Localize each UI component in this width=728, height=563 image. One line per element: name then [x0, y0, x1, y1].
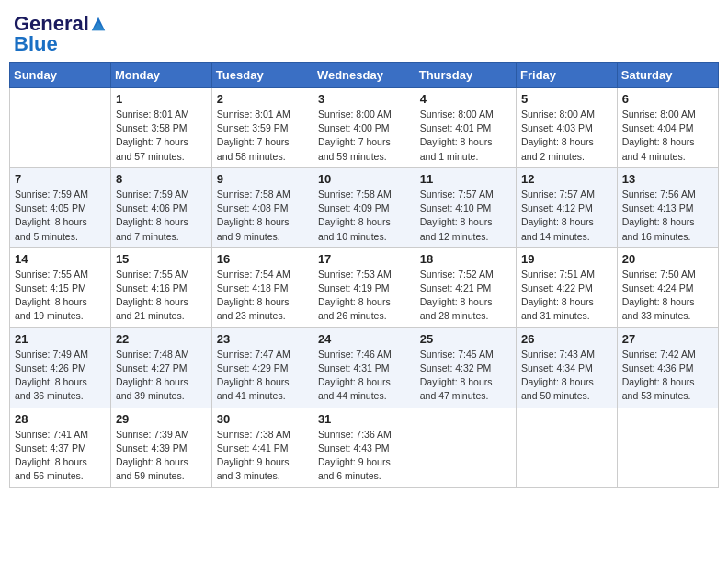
- calendar-cell: 7Sunrise: 7:59 AMSunset: 4:05 PMDaylight…: [10, 167, 111, 247]
- day-number: 1: [116, 92, 207, 106]
- day-number: 13: [622, 172, 713, 186]
- calendar-cell: 31Sunrise: 7:36 AMSunset: 4:43 PMDayligh…: [313, 408, 415, 488]
- day-number: 16: [217, 252, 308, 266]
- column-header-friday: Friday: [517, 63, 618, 88]
- column-header-wednesday: Wednesday: [313, 63, 415, 88]
- column-header-sunday: Sunday: [10, 63, 111, 88]
- calendar-week-row: 21Sunrise: 7:49 AMSunset: 4:26 PMDayligh…: [10, 327, 719, 408]
- day-number: 21: [15, 332, 106, 346]
- column-header-tuesday: Tuesday: [211, 63, 313, 88]
- day-number: 11: [420, 172, 511, 186]
- column-header-monday: Monday: [110, 63, 211, 88]
- column-header-saturday: Saturday: [617, 63, 718, 88]
- header: General Blue: [9, 9, 719, 54]
- day-info: Sunrise: 7:58 AMSunset: 4:08 PMDaylight:…: [217, 188, 308, 244]
- logo: General Blue: [14, 14, 107, 54]
- day-number: 5: [521, 92, 612, 106]
- calendar-cell: 15Sunrise: 7:55 AMSunset: 4:16 PMDayligh…: [110, 247, 211, 327]
- day-number: 14: [15, 252, 106, 266]
- logo-text-general: General: [14, 14, 89, 34]
- day-number: 23: [217, 332, 308, 346]
- day-info: Sunrise: 7:42 AMSunset: 4:36 PMDaylight:…: [622, 348, 713, 404]
- calendar-cell: 26Sunrise: 7:43 AMSunset: 4:34 PMDayligh…: [517, 327, 618, 408]
- calendar-cell: [415, 408, 516, 488]
- day-info: Sunrise: 7:58 AMSunset: 4:09 PMDaylight:…: [318, 188, 410, 244]
- calendar-cell: 25Sunrise: 7:45 AMSunset: 4:32 PMDayligh…: [415, 327, 516, 408]
- day-info: Sunrise: 7:45 AMSunset: 4:32 PMDaylight:…: [420, 348, 511, 404]
- day-info: Sunrise: 7:59 AMSunset: 4:05 PMDaylight:…: [15, 188, 106, 244]
- day-number: 6: [622, 92, 713, 106]
- calendar-cell: 22Sunrise: 7:48 AMSunset: 4:27 PMDayligh…: [110, 327, 211, 408]
- day-info: Sunrise: 7:56 AMSunset: 4:13 PMDaylight:…: [622, 188, 713, 244]
- day-info: Sunrise: 7:55 AMSunset: 4:16 PMDaylight:…: [116, 268, 207, 324]
- calendar-cell: 18Sunrise: 7:52 AMSunset: 4:21 PMDayligh…: [415, 247, 516, 327]
- calendar-cell: 19Sunrise: 7:51 AMSunset: 4:22 PMDayligh…: [517, 247, 618, 327]
- day-info: Sunrise: 7:55 AMSunset: 4:15 PMDaylight:…: [15, 268, 106, 324]
- calendar-cell: 11Sunrise: 7:57 AMSunset: 4:10 PMDayligh…: [415, 167, 516, 247]
- day-number: 27: [622, 332, 713, 346]
- calendar-cell: 13Sunrise: 7:56 AMSunset: 4:13 PMDayligh…: [617, 167, 718, 247]
- calendar-cell: 5Sunrise: 8:00 AMSunset: 4:03 PMDaylight…: [517, 88, 618, 168]
- calendar-cell: 2Sunrise: 8:01 AMSunset: 3:59 PMDaylight…: [211, 88, 313, 168]
- day-info: Sunrise: 7:38 AMSunset: 4:41 PMDaylight:…: [217, 428, 308, 484]
- day-number: 20: [622, 252, 713, 266]
- day-number: 22: [116, 332, 207, 346]
- calendar-cell: 16Sunrise: 7:54 AMSunset: 4:18 PMDayligh…: [211, 247, 313, 327]
- day-info: Sunrise: 7:57 AMSunset: 4:10 PMDaylight:…: [420, 188, 511, 244]
- day-info: Sunrise: 8:01 AMSunset: 3:58 PMDaylight:…: [116, 108, 207, 164]
- calendar-cell: 21Sunrise: 7:49 AMSunset: 4:26 PMDayligh…: [10, 327, 111, 408]
- day-info: Sunrise: 7:43 AMSunset: 4:34 PMDaylight:…: [521, 348, 612, 404]
- calendar: SundayMondayTuesdayWednesdayThursdayFrid…: [9, 62, 719, 488]
- calendar-cell: 10Sunrise: 7:58 AMSunset: 4:09 PMDayligh…: [313, 167, 415, 247]
- day-number: 15: [116, 252, 207, 266]
- day-info: Sunrise: 7:52 AMSunset: 4:21 PMDaylight:…: [420, 268, 511, 324]
- calendar-cell: 9Sunrise: 7:58 AMSunset: 4:08 PMDaylight…: [211, 167, 313, 247]
- calendar-cell: 28Sunrise: 7:41 AMSunset: 4:37 PMDayligh…: [10, 408, 111, 488]
- calendar-week-row: 28Sunrise: 7:41 AMSunset: 4:37 PMDayligh…: [10, 408, 719, 488]
- calendar-cell: 27Sunrise: 7:42 AMSunset: 4:36 PMDayligh…: [617, 327, 718, 408]
- day-info: Sunrise: 7:54 AMSunset: 4:18 PMDaylight:…: [217, 268, 308, 324]
- calendar-cell: [617, 408, 718, 488]
- day-info: Sunrise: 7:49 AMSunset: 4:26 PMDaylight:…: [15, 348, 106, 404]
- calendar-cell: 4Sunrise: 8:00 AMSunset: 4:01 PMDaylight…: [415, 88, 516, 168]
- day-number: 25: [420, 332, 511, 346]
- calendar-cell: 1Sunrise: 8:01 AMSunset: 3:58 PMDaylight…: [110, 88, 211, 168]
- calendar-cell: 14Sunrise: 7:55 AMSunset: 4:15 PMDayligh…: [10, 247, 111, 327]
- calendar-cell: 20Sunrise: 7:50 AMSunset: 4:24 PMDayligh…: [617, 247, 718, 327]
- day-number: 19: [521, 252, 612, 266]
- day-number: 12: [521, 172, 612, 186]
- day-number: 24: [318, 332, 410, 346]
- calendar-cell: 24Sunrise: 7:46 AMSunset: 4:31 PMDayligh…: [313, 327, 415, 408]
- calendar-cell: 29Sunrise: 7:39 AMSunset: 4:39 PMDayligh…: [110, 408, 211, 488]
- day-info: Sunrise: 7:48 AMSunset: 4:27 PMDaylight:…: [116, 348, 207, 404]
- day-info: Sunrise: 7:50 AMSunset: 4:24 PMDaylight:…: [622, 268, 713, 324]
- calendar-header-row: SundayMondayTuesdayWednesdayThursdayFrid…: [10, 63, 719, 88]
- logo-icon: [90, 16, 107, 32]
- calendar-cell: [517, 408, 618, 488]
- calendar-cell: 23Sunrise: 7:47 AMSunset: 4:29 PMDayligh…: [211, 327, 313, 408]
- day-info: Sunrise: 7:51 AMSunset: 4:22 PMDaylight:…: [521, 268, 612, 324]
- day-info: Sunrise: 8:00 AMSunset: 4:03 PMDaylight:…: [521, 108, 612, 164]
- calendar-cell: 30Sunrise: 7:38 AMSunset: 4:41 PMDayligh…: [211, 408, 313, 488]
- day-info: Sunrise: 7:41 AMSunset: 4:37 PMDaylight:…: [15, 428, 106, 484]
- day-info: Sunrise: 7:57 AMSunset: 4:12 PMDaylight:…: [521, 188, 612, 244]
- day-number: 28: [15, 412, 106, 426]
- svg-marker-1: [92, 22, 105, 30]
- day-number: 9: [217, 172, 308, 186]
- calendar-week-row: 1Sunrise: 8:01 AMSunset: 3:58 PMDaylight…: [10, 88, 719, 168]
- day-info: Sunrise: 7:53 AMSunset: 4:19 PMDaylight:…: [318, 268, 410, 324]
- day-number: 17: [318, 252, 410, 266]
- day-number: 31: [318, 412, 410, 426]
- day-info: Sunrise: 8:01 AMSunset: 3:59 PMDaylight:…: [217, 108, 308, 164]
- calendar-week-row: 7Sunrise: 7:59 AMSunset: 4:05 PMDaylight…: [10, 167, 719, 247]
- day-info: Sunrise: 7:59 AMSunset: 4:06 PMDaylight:…: [116, 188, 207, 244]
- day-number: 29: [116, 412, 207, 426]
- day-number: 2: [217, 92, 308, 106]
- day-number: 8: [116, 172, 207, 186]
- calendar-cell: 17Sunrise: 7:53 AMSunset: 4:19 PMDayligh…: [313, 247, 415, 327]
- calendar-cell: 6Sunrise: 8:00 AMSunset: 4:04 PMDaylight…: [617, 88, 718, 168]
- calendar-cell: [10, 88, 111, 168]
- calendar-cell: 12Sunrise: 7:57 AMSunset: 4:12 PMDayligh…: [517, 167, 618, 247]
- calendar-week-row: 14Sunrise: 7:55 AMSunset: 4:15 PMDayligh…: [10, 247, 719, 327]
- day-number: 26: [521, 332, 612, 346]
